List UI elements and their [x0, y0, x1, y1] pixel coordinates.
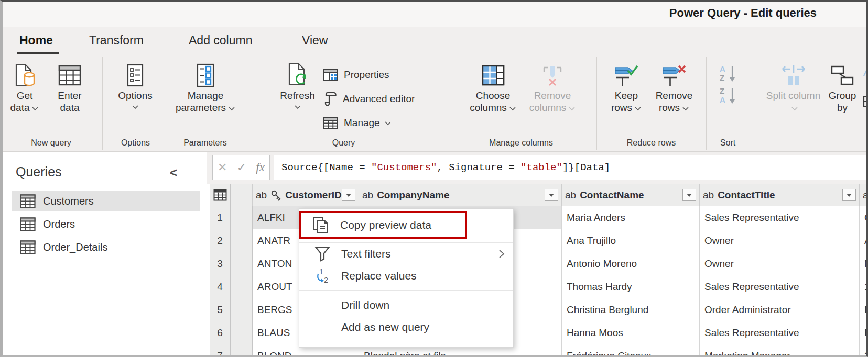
query-item-orders[interactable]: Orders — [12, 214, 200, 235]
refresh-button[interactable]: Refresh — [273, 61, 322, 136]
tab-view[interactable]: View — [302, 34, 328, 48]
grid-cell[interactable]: Thomas Hardy — [562, 275, 700, 298]
group-by-button[interactable]: Group by — [824, 61, 861, 136]
manage-parameters-button[interactable]: Manage parameters — [173, 61, 238, 136]
grid-cell[interactable]: Marketing Manager — [700, 344, 860, 357]
sort-za-icon: ZA — [719, 86, 737, 104]
group-label-manage-columns: Manage columns — [446, 138, 596, 148]
menu-item-copy-preview-data[interactable]: Copy preview data — [299, 211, 467, 239]
filter-button[interactable] — [842, 189, 856, 201]
grid-cell[interactable]: Frédérique Citeaux — [562, 344, 700, 357]
row-number[interactable]: 6 — [210, 321, 231, 344]
ribbon-group-parameters: Manage parameters Parameters — [169, 57, 242, 150]
menu-spacer — [299, 291, 513, 294]
remove-rows-icon — [662, 61, 686, 90]
column-header-partial[interactable]: ab — [860, 184, 868, 206]
ribbon: Get data Enter data New query Options Op… — [0, 55, 868, 152]
grid-cell[interactable]: Fo — [860, 321, 868, 344]
grid-cell[interactable]: Hanna Moos — [562, 321, 700, 344]
chevron-down-icon — [228, 106, 235, 111]
grid-cell[interactable]: M — [860, 252, 868, 275]
column-header-customerid[interactable]: ab CustomerID — [253, 184, 359, 206]
formula-accept-icon[interactable]: ✓ — [237, 161, 246, 174]
grid-cell[interactable]: Av — [860, 229, 868, 252]
text-type-badge: ab — [256, 189, 267, 201]
filter-button[interactable] — [545, 189, 558, 201]
chevron-down-icon — [509, 106, 516, 111]
manage-button[interactable]: Manage — [323, 114, 392, 132]
filter-button[interactable] — [682, 189, 696, 201]
column-header-contacttitle[interactable]: ab ContactTitle — [700, 184, 860, 206]
choose-columns-button[interactable]: Choose columns — [465, 61, 520, 136]
get-data-button[interactable]: Get data — [7, 61, 42, 136]
row-number[interactable]: 4 — [210, 275, 231, 298]
grid-cell[interactable]: Christina Berglund — [562, 298, 700, 321]
remove-columns-button[interactable]: Remove columns — [523, 61, 582, 136]
split-column-button[interactable]: Split column — [765, 61, 821, 136]
grid-cell[interactable]: Sales Representative — [700, 275, 860, 298]
keep-rows-button[interactable]: Keep rows — [604, 61, 648, 136]
filter-button[interactable] — [342, 189, 355, 201]
row-number — [231, 344, 253, 357]
row-number[interactable]: 5 — [210, 298, 231, 321]
column-header-companyname[interactable]: ab CompanyName — [359, 184, 562, 206]
grid-cell[interactable]: Owner — [700, 229, 860, 252]
formula-cancel-icon[interactable]: ✕ — [218, 161, 227, 174]
grid-cell[interactable]: Owner — [700, 252, 860, 275]
formula-input[interactable]: Source{[Name = "Customers", Signature = … — [274, 155, 868, 180]
grid-cell[interactable]: 12 — [860, 275, 868, 298]
column-header-contactname[interactable]: ab ContactName — [562, 184, 700, 206]
advanced-editor-icon — [323, 91, 338, 107]
grid-cell[interactable]: Be — [860, 298, 868, 321]
queries-pane-title: Queries — [16, 164, 62, 180]
text-type-badge: ab — [362, 189, 373, 201]
row-number[interactable]: 7 — [210, 344, 231, 357]
menu-item-drill-down[interactable]: Drill down — [299, 294, 513, 316]
remove-rows-button[interactable]: Remove rows — [649, 61, 699, 136]
cut-off-icon — [863, 122, 868, 133]
formula-text: , Signature = — [437, 162, 520, 173]
collapse-pane-icon[interactable]: < — [170, 165, 177, 180]
grid-cell[interactable]: Sales Representative — [700, 206, 860, 229]
filter-dropdown-icon — [346, 194, 351, 197]
menu-item-replace-values[interactable]: 12 Replace values — [299, 265, 513, 287]
choose-columns-icon — [482, 61, 505, 90]
group-label-options: Options — [102, 138, 169, 148]
tab-home[interactable]: Home — [19, 34, 53, 48]
grid-cell[interactable]: Ana Trujillo — [562, 229, 700, 252]
query-item-order-details[interactable]: Order_Details — [12, 237, 200, 258]
grid-cell[interactable]: O — [860, 206, 868, 229]
table-icon — [20, 194, 36, 208]
row-number[interactable]: 1 — [210, 206, 231, 229]
row-number[interactable]: 2 — [210, 229, 231, 252]
advanced-editor-button[interactable]: Advanced editor — [323, 90, 415, 108]
select-all-button[interactable] — [210, 184, 231, 206]
key-icon — [270, 189, 282, 201]
row-number-header — [231, 184, 253, 206]
grid-cell[interactable]: Order Administrator — [700, 298, 860, 321]
grid-cell[interactable]: Sales Representative — [700, 321, 860, 344]
query-item-customers[interactable]: Customers — [12, 191, 200, 211]
tab-transform[interactable]: Transform — [89, 34, 144, 48]
row-number[interactable]: 3 — [210, 252, 231, 275]
grid-cell[interactable]: 2 — [860, 344, 868, 357]
menu-item-text-filters[interactable]: Text filters — [299, 243, 513, 265]
options-button[interactable]: Options — [114, 61, 156, 136]
manage-parameters-icon — [196, 61, 215, 90]
split-column-icon — [781, 61, 806, 90]
formula-text: Source{[Name = — [281, 162, 371, 173]
menu-item-add-as-new-query[interactable]: Add as new query — [299, 316, 513, 338]
chevron-down-icon — [634, 106, 642, 111]
grid-cell[interactable]: Maria Anders — [562, 206, 700, 229]
sort-ascending-button[interactable]: AZ — [719, 64, 737, 84]
sort-az-icon: AZ — [719, 64, 737, 82]
fx-icon[interactable]: fx — [256, 161, 265, 174]
properties-button[interactable]: Properties — [323, 65, 389, 84]
sort-descending-button[interactable]: ZA — [719, 86, 737, 106]
enter-data-button[interactable]: Enter data — [50, 61, 89, 136]
chevron-down-icon — [294, 105, 301, 109]
svg-text:A: A — [720, 95, 725, 104]
tab-add-column[interactable]: Add column — [189, 34, 252, 48]
grid-cell[interactable]: Antonio Moreno — [562, 252, 700, 275]
row-number — [231, 321, 253, 344]
